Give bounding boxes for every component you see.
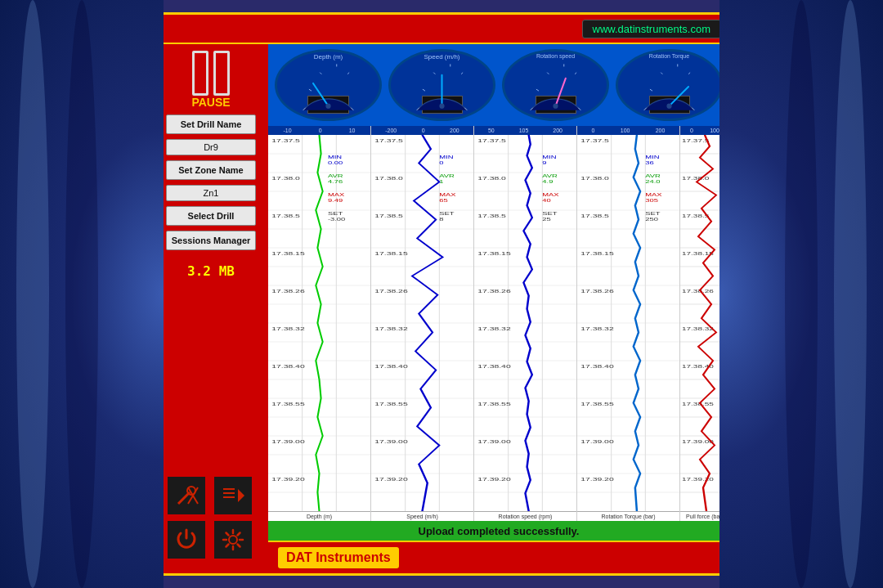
svg-rect-4 <box>223 488 235 490</box>
storage-display: 3.2 MB <box>187 263 235 279</box>
chart-rot-speed-footer: Rotation speed (rpm) <box>474 511 576 521</box>
svg-text:17.38.5: 17.38.5 <box>580 213 609 219</box>
chart-depth-footer: Depth (m) <box>268 511 370 521</box>
svg-text:17.38.26: 17.38.26 <box>580 289 614 294</box>
svg-text:17.38.32: 17.38.32 <box>580 326 614 332</box>
svg-text:17.39.20: 17.39.20 <box>271 477 305 483</box>
svg-line-37 <box>688 73 690 74</box>
svg-point-40 <box>666 104 671 109</box>
svg-text:17.39.00: 17.39.00 <box>477 439 511 445</box>
svg-line-13 <box>347 73 349 74</box>
chart-depth-col: -10 0 10 <box>268 126 371 521</box>
set-zone-name-button[interactable]: Set Zone Name <box>166 160 256 180</box>
tools-icon[interactable] <box>166 475 207 516</box>
power-icon[interactable] <box>166 519 207 560</box>
svg-text:MIN: MIN <box>328 155 342 159</box>
svg-text:17.39.20: 17.39.20 <box>477 477 511 483</box>
svg-text:17.39.00: 17.39.00 <box>271 439 305 445</box>
svg-text:17.38.15: 17.38.15 <box>271 251 305 257</box>
svg-text:MIN: MIN <box>542 155 556 159</box>
svg-text:SET: SET <box>645 211 661 216</box>
pause-bar-right <box>213 51 230 96</box>
svg-text:17.39.00: 17.39.00 <box>374 439 408 445</box>
chart-speed-col: -200 0 200 <box>371 126 474 521</box>
svg-text:9.49: 9.49 <box>328 198 343 203</box>
svg-rect-6 <box>223 496 235 498</box>
sessions-manager-button[interactable]: Sessions Manager <box>166 231 256 250</box>
chart-rot-speed-body: 17.37.5 17.38.0 17.38.5 17.38.15 17.38.2… <box>474 135 576 511</box>
svg-line-18 <box>423 89 425 91</box>
svg-text:17.38.40: 17.38.40 <box>477 364 511 370</box>
pause-label: PAUSE <box>191 96 230 109</box>
svg-line-19 <box>433 73 435 74</box>
svg-point-8 <box>229 536 237 544</box>
content-area: PAUSE Set Drill Name Dr9 Set Zone Name Z… <box>154 44 729 573</box>
zone-value: Zn1 <box>166 185 256 201</box>
svg-point-24 <box>439 104 444 109</box>
bottom-bar: DAT Instruments <box>268 541 729 573</box>
svg-text:17.37.5: 17.37.5 <box>682 138 710 143</box>
chart-torque-col: 0 100 200 <box>577 126 680 521</box>
svg-text:17.39.20: 17.39.20 <box>682 477 714 482</box>
svg-text:17.38.55: 17.38.55 <box>374 402 408 407</box>
svg-text:1: 1 <box>439 179 443 184</box>
dat-logo: DAT Instruments <box>278 547 399 568</box>
select-drill-button[interactable]: Select Drill <box>166 206 256 226</box>
svg-text:17.38.0: 17.38.0 <box>580 176 609 182</box>
chart-rot-speed-col: 50 105 200 <box>474 126 577 521</box>
svg-text:AVR: AVR <box>645 173 661 178</box>
list-icon[interactable] <box>213 475 253 516</box>
svg-text:17.38.40: 17.38.40 <box>374 364 408 370</box>
set-drill-name-button[interactable]: Set Drill Name <box>166 114 256 134</box>
svg-line-11 <box>320 73 321 74</box>
svg-text:9: 9 <box>542 160 546 165</box>
svg-text:40: 40 <box>542 198 550 203</box>
dat-logo-text: DAT Instruments <box>286 550 391 564</box>
chart-torque-header: 0 100 200 <box>577 126 679 135</box>
svg-text:17.38.26: 17.38.26 <box>271 289 305 294</box>
svg-text:0.00: 0.00 <box>328 160 343 165</box>
svg-text:17.38.15: 17.38.15 <box>477 251 511 257</box>
svg-text:305: 305 <box>645 198 658 203</box>
svg-text:17.39.20: 17.39.20 <box>374 477 408 483</box>
gauge-rotation-speed: Rotation speed <box>502 49 609 121</box>
svg-text:17.39.20: 17.39.20 <box>580 477 614 483</box>
svg-text:MAX: MAX <box>328 192 344 197</box>
svg-point-32 <box>553 104 558 109</box>
svg-text:17.38.32: 17.38.32 <box>477 326 511 332</box>
svg-text:4.9: 4.9 <box>542 179 553 184</box>
scale-min: -10 <box>284 128 292 133</box>
app-container: www.datinstruments.com PAUSE Set Drill N… <box>151 12 732 576</box>
svg-text:17.38.40: 17.38.40 <box>580 364 614 370</box>
svg-text:AVR: AVR <box>542 173 558 178</box>
svg-text:17.38.26: 17.38.26 <box>374 289 408 294</box>
svg-text:MAX: MAX <box>439 192 455 197</box>
svg-text:17.38.5: 17.38.5 <box>374 213 403 219</box>
svg-text:AVR: AVR <box>439 173 455 178</box>
left-panel: PAUSE Set Drill Name Dr9 Set Zone Name Z… <box>154 44 268 573</box>
chart-torque-footer: Rotation Torque (bar) <box>577 511 679 521</box>
svg-text:24.0: 24.0 <box>645 179 660 184</box>
svg-text:AVR: AVR <box>328 173 343 178</box>
svg-text:0: 0 <box>439 160 443 165</box>
settings-icon[interactable] <box>213 519 253 560</box>
svg-text:MIN: MIN <box>439 155 453 159</box>
main-area: Depth (m) <box>268 44 729 573</box>
svg-text:17.38.0: 17.38.0 <box>271 176 300 182</box>
svg-text:17.38.15: 17.38.15 <box>580 251 614 257</box>
drill-value: Dr9 <box>166 139 256 155</box>
chart-depth-body: 17.37.5 17.38.0 17.38.5 17.38.15 17.38.2… <box>268 135 370 511</box>
gauges-row: Depth (m) <box>268 44 729 126</box>
svg-text:17.37.5: 17.37.5 <box>271 138 300 144</box>
svg-text:17.38.0: 17.38.0 <box>374 176 403 182</box>
svg-line-29 <box>575 73 576 74</box>
svg-line-10 <box>309 89 312 91</box>
gauge-depth: Depth (m) <box>275 49 382 121</box>
svg-text:MAX: MAX <box>542 192 558 197</box>
svg-text:17.37.5: 17.37.5 <box>477 138 506 144</box>
svg-point-16 <box>325 104 330 109</box>
svg-text:4.76: 4.76 <box>328 179 343 184</box>
svg-text:SET: SET <box>439 211 455 216</box>
svg-text:17.38.55: 17.38.55 <box>682 402 714 406</box>
svg-text:17.38.32: 17.38.32 <box>374 326 408 332</box>
